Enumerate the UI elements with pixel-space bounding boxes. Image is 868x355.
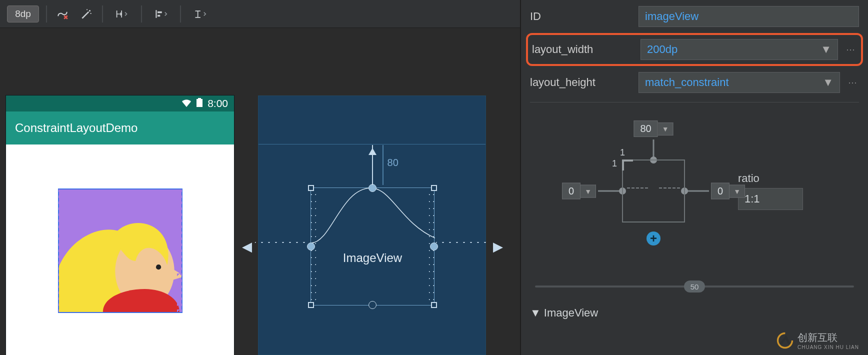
svg-point-3 xyxy=(89,10,90,11)
toolbar-separator xyxy=(180,6,181,22)
pack-icon xyxy=(116,8,128,20)
imageview-section-header[interactable]: ▼ImageView xyxy=(530,306,859,320)
margin-left-value: 0 xyxy=(562,183,580,200)
ratio-box: ratio 1:1 xyxy=(738,172,803,210)
top-margin-indicator-line xyxy=(382,145,384,185)
layout-height-combo[interactable]: match_constraint ▼ xyxy=(638,72,840,93)
layout-width-value: 200dp xyxy=(647,43,678,56)
infer-constraints-button[interactable] xyxy=(78,6,95,22)
blueprint-view[interactable]: ImageView 80 ◀ ▶ xyxy=(258,96,486,355)
watermark: 创新互联 CHUANG XIN HU LIAN xyxy=(776,331,859,350)
blueprint-layout-bounds: ImageView 80 ◀ ▶ xyxy=(258,144,486,354)
panel-divider xyxy=(530,102,859,102)
section-title: ImageView xyxy=(544,306,598,319)
blueprint-content-curve-icon xyxy=(311,183,435,253)
avatar-illustration-icon xyxy=(59,190,182,312)
guideline-icon xyxy=(194,8,206,20)
add-bottom-constraint-btn[interactable]: + xyxy=(646,232,660,246)
svg-rect-10 xyxy=(158,14,160,16)
watermark-brand: 创新互联 xyxy=(798,332,838,343)
toolbar-separator xyxy=(102,6,103,22)
toolbar-separator xyxy=(141,6,142,22)
top-constraint-arrow xyxy=(372,145,373,185)
app-title: ConstraintLayoutDemo xyxy=(15,121,138,135)
layout-height-value: match_constraint xyxy=(645,76,729,89)
margin-right-value: 0 xyxy=(711,183,730,200)
id-label: ID xyxy=(530,10,632,23)
ratio-label: ratio xyxy=(738,172,803,185)
left-arrow-icon: ◀ xyxy=(242,239,252,254)
align-icon xyxy=(154,8,168,20)
margin-top-chip[interactable]: 80 ▼ xyxy=(634,120,673,137)
constraint-widget[interactable]: 80 ▼ 0 ▼ 0 ▼ 1 1 + xyxy=(586,124,721,258)
cw-line-right xyxy=(685,190,709,192)
plus-icon: + xyxy=(650,232,657,246)
margin-top-value: 80 xyxy=(634,120,658,137)
slider-thumb[interactable]: 50 xyxy=(684,280,705,292)
guidelines-button[interactable] xyxy=(188,6,212,22)
right-arrow-icon: ▶ xyxy=(493,239,503,254)
chevron-down-icon: ▼ xyxy=(580,184,596,198)
aspect-indicator-a: 1 xyxy=(620,148,625,158)
svg-point-20 xyxy=(778,334,792,348)
clear-constraints-button[interactable] xyxy=(54,6,71,22)
constraint-anchor-bottom[interactable] xyxy=(368,301,376,309)
watermark-logo-icon xyxy=(776,332,794,349)
design-canvas: 8:00 ConstraintLayoutDemo xyxy=(0,28,520,355)
watermark-sub: CHUANG XIN HU LIAN xyxy=(798,344,859,350)
status-time: 8:00 xyxy=(208,98,228,110)
cw-spring-right xyxy=(659,188,680,194)
margin-left-chip[interactable]: 0 ▼ xyxy=(562,183,596,200)
more-icon[interactable]: ⋯ xyxy=(844,44,857,55)
chevron-down-icon: ▼ xyxy=(820,43,832,56)
right-constraint-spring xyxy=(436,242,490,251)
constraint-widget-row: 80 ▼ 0 ▼ 0 ▼ 1 1 + xyxy=(530,124,859,258)
svg-rect-9 xyxy=(158,11,162,12)
layout-height-row: layout_height match_constraint ▼ ⋯ xyxy=(530,72,859,93)
svg-point-5 xyxy=(90,12,92,14)
app-bar: ConstraintLayoutDemo xyxy=(6,112,234,144)
layout-height-label: layout_height xyxy=(530,76,632,89)
device-preview[interactable]: 8:00 ConstraintLayoutDemo xyxy=(6,96,234,355)
id-row: ID xyxy=(530,6,859,27)
svg-line-2 xyxy=(82,12,88,18)
preview-imageview[interactable] xyxy=(59,190,182,312)
default-margin-field[interactable]: 8dp xyxy=(7,6,39,22)
chevron-down-icon: ▼ xyxy=(658,122,674,136)
left-constraint-spring xyxy=(255,242,309,251)
horizontal-bias-slider[interactable]: 50 xyxy=(530,278,859,294)
magic-wand-icon xyxy=(80,8,93,20)
margin-right-chip[interactable]: 0 ▼ xyxy=(711,183,745,200)
resize-handle-tl[interactable] xyxy=(308,185,314,191)
blueprint-view-label: ImageView xyxy=(343,251,402,265)
more-icon[interactable]: ⋯ xyxy=(846,77,859,88)
constraint-anchor-top[interactable] xyxy=(368,184,376,192)
svg-point-19 xyxy=(156,264,161,270)
align-button[interactable] xyxy=(149,6,173,22)
resize-handle-br[interactable] xyxy=(431,302,437,308)
attributes-panel: ID layout_width 200dp ▼ ⋯ layout_height … xyxy=(520,0,868,355)
resize-handle-tr[interactable] xyxy=(431,185,437,191)
top-margin-value: 80 xyxy=(388,157,398,168)
pack-button[interactable] xyxy=(110,6,134,22)
status-bar: 8:00 xyxy=(6,96,234,112)
aspect-indicator-b: 1 xyxy=(612,158,617,169)
svg-rect-14 xyxy=(198,98,201,99)
ratio-toggle-corner[interactable] xyxy=(622,160,633,170)
blueprint-imageview[interactable]: ImageView 80 ◀ ▶ xyxy=(310,188,434,306)
layout-width-combo[interactable]: 200dp ▼ xyxy=(640,39,838,60)
layout-width-label: layout_width xyxy=(532,43,634,56)
svg-rect-15 xyxy=(196,99,202,107)
chevron-down-icon: ▼ xyxy=(822,76,834,89)
id-field[interactable] xyxy=(638,6,859,27)
layout-width-row: layout_width 200dp ▼ ⋯ xyxy=(526,33,863,66)
toolbar-separator xyxy=(46,6,47,22)
battery-icon xyxy=(196,98,202,110)
wifi-icon xyxy=(182,98,192,110)
expand-triangle-icon: ▼ xyxy=(530,306,541,319)
cw-spring-left xyxy=(627,188,648,194)
resize-handle-bl[interactable] xyxy=(308,302,314,308)
ratio-field[interactable]: 1:1 xyxy=(738,188,803,210)
cw-line-left xyxy=(598,190,622,192)
clear-constraints-icon xyxy=(56,8,69,20)
